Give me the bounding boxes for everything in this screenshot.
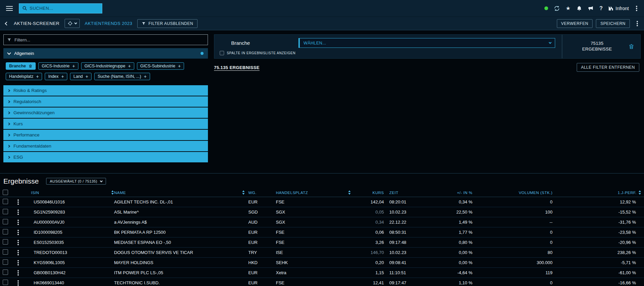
- filter-chip-4[interactable]: Handelsplatz+: [6, 73, 42, 80]
- filter-section-1[interactable]: Risiko & Ratings: [3, 85, 208, 96]
- back-button[interactable]: [5, 20, 9, 27]
- filter-section-3[interactable]: Gewinnschätzungen: [3, 107, 208, 118]
- row-menu-button[interactable]: [16, 212, 31, 213]
- column-header-kurs[interactable]: KURS: [355, 191, 387, 195]
- help-button[interactable]: ?: [600, 6, 603, 11]
- column-header-name[interactable]: NAME: [114, 190, 248, 195]
- notifications-button[interactable]: [576, 5, 582, 11]
- filter-section-4[interactable]: Kurs: [3, 119, 208, 129]
- screener-toolbar: AKTIEN-SCREENER AKTIENTRENDS 2023 FILTER…: [0, 17, 644, 30]
- remove-all-filters-button[interactable]: ALLE FILTER ENTFERNEN: [577, 63, 639, 72]
- cell-perf: -23,58 %: [559, 230, 644, 235]
- column-header-perf[interactable]: 1.J-PERF.: [559, 190, 644, 195]
- filter-section-allgemein[interactable]: Allgemein: [3, 48, 208, 59]
- row-menu-button[interactable]: [16, 282, 31, 284]
- show-column-checkbox[interactable]: [220, 51, 224, 55]
- delete-filter-button[interactable]: [629, 43, 634, 50]
- filter-search-input[interactable]: [14, 37, 204, 42]
- kebab-icon: [17, 252, 19, 253]
- funnel-icon: [142, 22, 146, 26]
- filter-chip-2[interactable]: GICS-Industriegruppe+: [81, 62, 134, 70]
- column-header-isin[interactable]: ISIN: [31, 190, 114, 195]
- row-menu-button[interactable]: [16, 242, 31, 243]
- filter-area: Allgemein BrancheGICS-Industrie+GICS-Ind…: [0, 30, 644, 173]
- column-header-handelsplatz[interactable]: HANDELSPLATZ: [276, 190, 355, 195]
- column-header-zeit[interactable]: ZEIT: [387, 191, 440, 195]
- cell-isin: HK0669013440: [31, 280, 114, 285]
- row-checkbox[interactable]: [3, 280, 8, 285]
- table-row: ID1000098205 BK PERMATA A RP 12500 EUR F…: [0, 227, 644, 237]
- cell-volumen: 0: [475, 280, 559, 285]
- column-header-change[interactable]: +/- IN %: [440, 191, 475, 195]
- row-checkbox[interactable]: [3, 269, 8, 275]
- crosshair-icon: [68, 21, 73, 26]
- row-menu-button[interactable]: [16, 252, 31, 253]
- trash-icon: [29, 64, 32, 68]
- hamburger-menu-button[interactable]: [5, 5, 13, 12]
- kebab-icon: [17, 212, 19, 213]
- filter-chip-5[interactable]: Index+: [45, 73, 67, 80]
- cell-isin: US00846U1016: [31, 199, 114, 204]
- save-button[interactable]: SPEICHERN: [596, 19, 630, 28]
- toolbar-overflow-menu-button[interactable]: [635, 23, 639, 24]
- row-checkbox[interactable]: [3, 239, 8, 245]
- filter-search[interactable]: [3, 34, 208, 45]
- announcements-button[interactable]: [588, 5, 594, 11]
- column-header-volumen[interactable]: VOLUMEN (STK.): [475, 191, 559, 195]
- cell-handelsplatz: FSE: [276, 280, 355, 285]
- row-checkbox[interactable]: [3, 209, 8, 214]
- filter-chip-6[interactable]: Land+: [70, 73, 92, 80]
- funnel-icon: [7, 38, 11, 42]
- row-checkbox[interactable]: [3, 229, 8, 234]
- cell-wg: SGD: [248, 210, 276, 215]
- industry-select[interactable]: WÄHLEN...: [298, 38, 555, 48]
- filter-chip-0[interactable]: Branche: [6, 62, 36, 70]
- filter-chip-7[interactable]: Suche (Name, ISIN, ...)+: [94, 73, 150, 80]
- hide-filters-button[interactable]: FILTER AUSBLENDEN: [137, 19, 198, 28]
- filter-chips: BrancheGICS-Industrie+GICS-Industriegrup…: [3, 59, 208, 85]
- row-menu-button[interactable]: [16, 201, 31, 203]
- discard-button[interactable]: VERWERFEN: [557, 19, 593, 28]
- row-checkbox[interactable]: [3, 199, 8, 204]
- cell-name: ITM POWER PLC LS-,05: [114, 270, 248, 275]
- cell-isin: GB00B0130H42: [31, 270, 114, 275]
- cell-volumen: 100: [475, 210, 559, 215]
- row-menu-button[interactable]: [16, 232, 31, 233]
- topbar-overflow-menu-button[interactable]: [635, 8, 639, 9]
- row-checkbox[interactable]: [3, 259, 8, 265]
- filter-section-5[interactable]: Performance: [3, 130, 208, 140]
- row-checkbox[interactable]: [3, 219, 8, 224]
- cell-handelsplatz: FSE: [276, 240, 355, 245]
- select-all-checkbox[interactable]: [3, 190, 8, 195]
- row-menu-button[interactable]: [16, 222, 31, 223]
- cell-change: 0,34 %: [440, 199, 475, 204]
- cell-kurs: 0,20: [355, 260, 387, 265]
- cell-zeit: 08:50:31: [387, 230, 440, 235]
- selected-dropdown[interactable]: AUSGEWÄHLT (0 / 75135): [46, 178, 106, 185]
- layout-target-button[interactable]: [65, 19, 80, 28]
- chevron-right-icon: [7, 122, 10, 125]
- global-search[interactable]: [19, 3, 102, 13]
- screen-name-link[interactable]: AKTIENTRENDS 2023: [85, 21, 132, 26]
- column-header-wg[interactable]: WG.: [248, 191, 276, 195]
- row-checkbox[interactable]: [3, 249, 8, 255]
- table-row: ES0152503035 MEDIASET ESPANA EO -,50 EUR…: [0, 237, 644, 248]
- search-input[interactable]: [30, 6, 99, 11]
- row-menu-button[interactable]: [16, 262, 31, 263]
- filter-section-7[interactable]: ESG: [3, 152, 208, 162]
- cell-name: AGILENT TECHS INC. DL-,01: [114, 199, 248, 204]
- row-menu-button[interactable]: [16, 272, 31, 274]
- star-icon: ★: [566, 6, 570, 11]
- table-row: TREDOTO00013 DOGUS OTOMOTIV SERVIS VE TI…: [0, 248, 644, 258]
- filter-chip-1[interactable]: GICS-Industrie+: [38, 62, 78, 70]
- chevron-right-icon: [7, 145, 10, 147]
- filter-section-2[interactable]: Regulatorisch: [3, 96, 208, 107]
- sync-button[interactable]: [554, 5, 560, 11]
- connection-status-indicator[interactable]: [544, 6, 548, 10]
- sort-icon: [638, 190, 641, 195]
- cell-perf: 238,26 %: [559, 250, 644, 255]
- filter-chip-3[interactable]: GICS-Subindustrie+: [137, 62, 184, 70]
- filter-section-6[interactable]: Fundamentaldaten: [3, 141, 208, 151]
- favorites-button[interactable]: ★: [566, 6, 570, 11]
- infront-logo-icon: [608, 6, 613, 11]
